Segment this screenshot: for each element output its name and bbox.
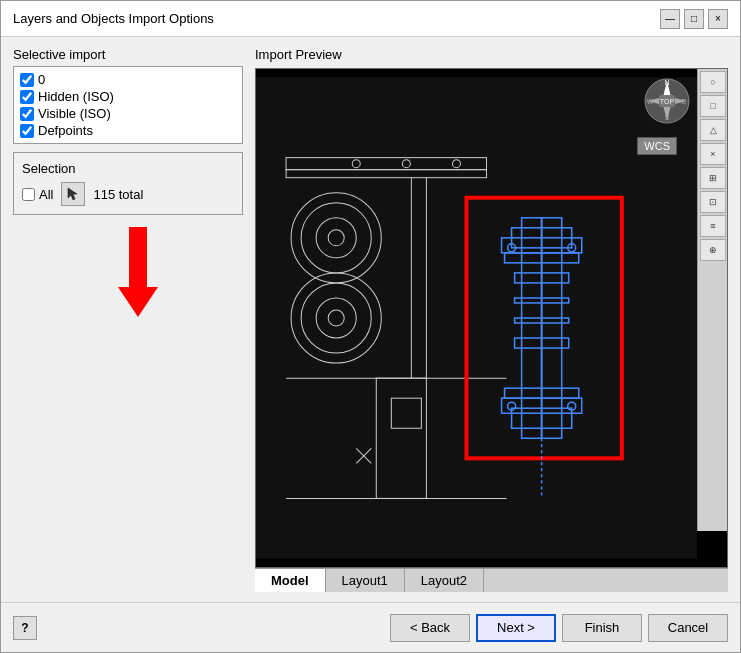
back-button[interactable]: < Back — [390, 614, 470, 642]
toolbar-btn-7[interactable]: ≡ — [700, 215, 726, 237]
maximize-button[interactable]: □ — [684, 9, 704, 29]
svg-text:TOP: TOP — [660, 98, 675, 105]
selection-section: Selection All 115 total — [13, 152, 243, 215]
toolbar-btn-1[interactable]: ○ — [700, 71, 726, 93]
minimize-button[interactable]: — — [660, 9, 680, 29]
layer-hidden-label: Hidden (ISO) — [38, 89, 114, 104]
selective-import-section: Selective import 0 Hidden (ISO) Visible … — [13, 47, 243, 144]
svg-rect-1 — [256, 77, 697, 558]
main-content: Selective import 0 Hidden (ISO) Visible … — [1, 37, 740, 602]
close-button[interactable]: × — [708, 9, 728, 29]
svg-marker-0 — [68, 188, 77, 200]
right-toolbar: ○ □ △ × ⊞ ⊡ ≡ ⊕ — [697, 69, 727, 531]
toolbar-btn-2[interactable]: □ — [700, 95, 726, 117]
arrow-shaft — [129, 227, 147, 287]
toolbar-btn-3[interactable]: △ — [700, 119, 726, 141]
toolbar-btn-6[interactable]: ⊡ — [700, 191, 726, 213]
dialog-title: Layers and Objects Import Options — [13, 11, 214, 26]
toolbar-btn-4[interactable]: × — [700, 143, 726, 165]
help-button[interactable]: ? — [13, 616, 37, 640]
compass-widget: TOP N S E W — [643, 77, 691, 125]
nav-buttons: < Back Next > Finish Cancel — [390, 614, 728, 642]
list-item: Defpoints — [18, 122, 238, 139]
tab-layout2[interactable]: Layout2 — [405, 569, 484, 592]
red-arrow-annotation — [33, 227, 243, 317]
svg-text:W: W — [647, 98, 654, 105]
title-bar-buttons: — □ × — [660, 9, 728, 29]
next-button[interactable]: Next > — [476, 614, 556, 642]
layer-visible-label: Visible (ISO) — [38, 106, 111, 121]
bottom-bar: ? < Back Next > Finish Cancel — [1, 602, 740, 652]
tab-layout1[interactable]: Layout1 — [326, 569, 405, 592]
selection-row: All 115 total — [22, 182, 234, 206]
toolbar-btn-5[interactable]: ⊞ — [700, 167, 726, 189]
svg-text:S: S — [665, 114, 670, 121]
list-item: Visible (ISO) — [18, 105, 238, 122]
tab-model[interactable]: Model — [255, 569, 326, 592]
cad-drawing — [256, 69, 697, 567]
preview-tabs: Model Layout1 Layout2 — [255, 568, 728, 592]
list-item: Hidden (ISO) — [18, 88, 238, 105]
layer-0-checkbox[interactable] — [20, 73, 34, 87]
list-item: 0 — [18, 71, 238, 88]
layer-hidden-checkbox[interactable] — [20, 90, 34, 104]
svg-text:N: N — [664, 79, 669, 86]
all-checkbox[interactable] — [22, 188, 35, 201]
svg-text:E: E — [682, 98, 687, 105]
cursor-tool-button[interactable] — [61, 182, 85, 206]
preview-container: TOP N S E W WCS ○ □ △ × — [255, 68, 728, 568]
layers-list: 0 Hidden (ISO) Visible (ISO) Defpoints — [13, 66, 243, 144]
layer-0-label: 0 — [38, 72, 45, 87]
title-bar: Layers and Objects Import Options — □ × — [1, 1, 740, 37]
selection-label: Selection — [22, 161, 234, 176]
all-label: All — [39, 187, 53, 202]
toolbar-btn-8[interactable]: ⊕ — [700, 239, 726, 261]
layer-visible-checkbox[interactable] — [20, 107, 34, 121]
total-count: 115 total — [93, 187, 143, 202]
cursor-icon — [66, 187, 80, 201]
compass-svg: TOP N S E W — [643, 77, 691, 125]
arrow-head — [118, 287, 158, 317]
preview-label: Import Preview — [255, 47, 728, 62]
cancel-button[interactable]: Cancel — [648, 614, 728, 642]
layer-defpoints-label: Defpoints — [38, 123, 93, 138]
wcs-button[interactable]: WCS — [637, 137, 677, 155]
finish-button[interactable]: Finish — [562, 614, 642, 642]
all-checkbox-row: All — [22, 187, 53, 202]
selective-import-label: Selective import — [13, 47, 243, 62]
left-panel: Selective import 0 Hidden (ISO) Visible … — [13, 47, 243, 592]
layer-defpoints-checkbox[interactable] — [20, 124, 34, 138]
dialog: Layers and Objects Import Options — □ × … — [0, 0, 741, 653]
right-panel: Import Preview — [255, 47, 728, 592]
